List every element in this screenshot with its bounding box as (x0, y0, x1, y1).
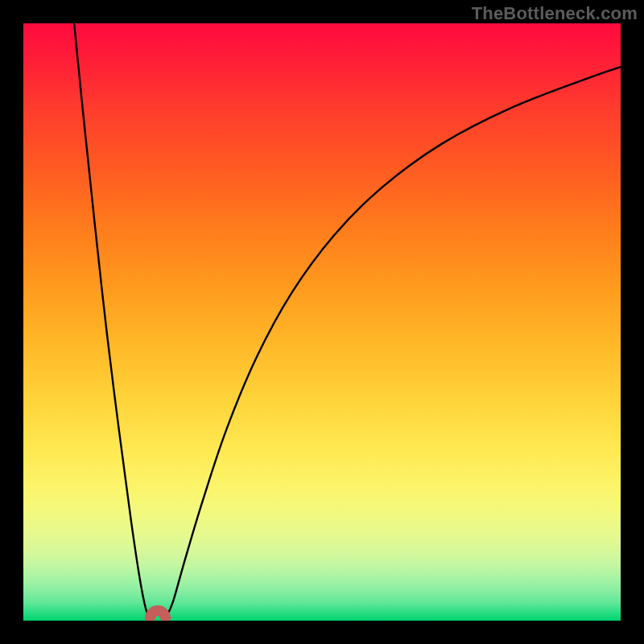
chart-frame (23, 23, 621, 621)
chart-plot (23, 23, 621, 621)
attribution-label: TheBottleneck.com (472, 3, 638, 24)
floor-notch-path (150, 610, 165, 617)
bottleneck-curve-path (74, 23, 621, 619)
